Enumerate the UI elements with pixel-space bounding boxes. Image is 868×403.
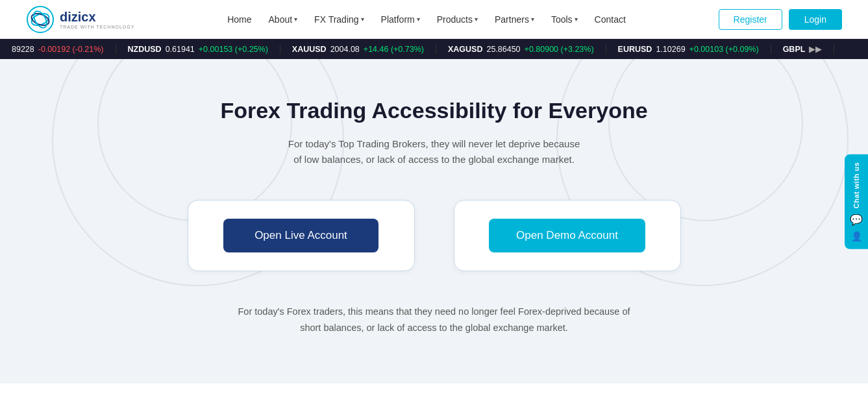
cta-row: Open Live Account Open Demo Account [188,200,681,271]
ticker-item-gbpl: GBPL ▶▶ [771,44,835,54]
nav-link-platform[interactable]: Platform ▾ [375,10,427,29]
chevron-down-icon: ▾ [575,16,578,23]
ticker-item-nzdusd: NZDUSD 0.61941 +0.00153 (+0.25%) [116,45,280,54]
ticker-change: +14.46 (+0.73%) [364,45,424,54]
nav-item-home[interactable]: Home [221,10,258,29]
nav-item-about[interactable]: About ▾ [262,10,304,29]
chat-avatar-icon: 👤 [851,231,862,241]
nav-item-partners[interactable]: Partners ▾ [488,10,541,29]
navbar: dizicx TRADE WITH TECHNOLOGY Home About … [0,0,868,39]
chevron-down-icon: ▾ [475,16,478,23]
ticker-change: +0.00103 (+0.09%) [689,45,759,54]
ticker-item-xauusd: XAUUSD 2004.08 +14.46 (+0.73%) [280,45,436,54]
chat-widget[interactable]: Chat with us 💬 👤 [845,154,868,249]
logo[interactable]: dizicx TRADE WITH TECHNOLOGY [26,5,134,34]
hero-bottom-text: For today's Forex traders, this means th… [238,304,630,336]
ticker-item-eurusd: EURUSD 1.10269 +0.00103 (+0.09%) [606,45,771,54]
ticker-symbol: XAGUSD [448,45,482,54]
hero-content: Forex Trading Accessibility for Everyone… [220,98,647,200]
ticker-symbol: NZDUSD [128,45,162,54]
chat-label: Chat with us [852,162,860,208]
logo-tagline: TRADE WITH TECHNOLOGY [60,25,134,29]
hero-subtitle: For today's Top Trading Brokers, they wi… [220,136,647,167]
bottom-text-line2: short balances, or lack of access to the… [300,323,568,333]
bottom-text-line1: For today's Forex traders, this means th… [238,306,630,317]
register-button[interactable]: Register [719,9,782,30]
svg-point-0 [27,6,53,32]
chevron-down-icon: ▾ [417,16,420,23]
svg-point-3 [31,8,49,29]
nav-auth-area: Register Login [719,9,842,30]
live-account-card: Open Live Account [188,200,415,271]
hero-subtitle-line2: of low balances, or lack of access to th… [293,154,575,165]
ticker-prefix-change: -0.00192 (-0.21%) [38,45,104,54]
ticker-more-icon: ▶▶ [809,44,822,54]
hero-title: Forex Trading Accessibility for Everyone [220,98,647,123]
login-button[interactable]: Login [789,9,842,30]
nav-link-contact[interactable]: Contact [588,10,632,29]
ticker-price: 1.10269 [656,45,685,54]
nav-item-fxtrading[interactable]: FX Trading ▾ [308,10,370,29]
ticker-symbol: GBPL [783,45,806,54]
ticker-bar: 89228 -0.00192 (-0.21%) NZDUSD 0.61941 +… [0,39,868,59]
ticker-price: 0.61941 [166,45,195,54]
nav-item-tools[interactable]: Tools ▾ [545,10,584,29]
ticker-symbol: XAUUSD [292,45,327,54]
ticker-change: +0.80900 (+3.23%) [525,45,594,54]
logo-text-area: dizicx TRADE WITH TECHNOLOGY [60,10,134,29]
ticker-symbol: EURUSD [618,45,652,54]
ticker-prefix-price: 89228 [12,45,34,54]
ticker-price: 2004.08 [330,45,360,54]
logo-icon [26,5,55,34]
hero-section: Forex Trading Accessibility for Everyone… [0,59,868,384]
nav-item-platform[interactable]: Platform ▾ [375,10,427,29]
nav-link-partners[interactable]: Partners ▾ [488,10,541,29]
logo-brand: dizicx [60,10,134,25]
open-demo-account-button[interactable]: Open Demo Account [489,219,645,252]
nav-link-about[interactable]: About ▾ [262,10,304,29]
nav-item-products[interactable]: Products ▾ [430,10,484,29]
nav-link-products[interactable]: Products ▾ [430,10,484,29]
chat-icon: 💬 [850,214,863,226]
ticker-item-prefix: 89228 -0.00192 (-0.21%) [0,45,116,54]
chevron-down-icon: ▾ [294,16,297,23]
open-live-account-button[interactable]: Open Live Account [223,219,378,252]
ticker-item-xagusd: XAGUSD 25.86450 +0.80900 (+3.23%) [436,45,606,54]
chevron-down-icon: ▾ [531,16,534,23]
chevron-down-icon: ▾ [361,16,364,23]
hero-subtitle-line1: For today's Top Trading Brokers, they wi… [288,138,580,149]
nav-link-tools[interactable]: Tools ▾ [545,10,584,29]
svg-point-2 [30,11,51,27]
ticker-price: 25.86450 [486,45,520,54]
nav-menu: Home About ▾ FX Trading ▾ Platform ▾ Pro… [221,10,632,29]
nav-link-home[interactable]: Home [221,10,258,29]
nav-link-fxtrading[interactable]: FX Trading ▾ [308,10,370,29]
ticker-change: +0.00153 (+0.25%) [199,45,268,54]
nav-item-contact[interactable]: Contact [588,10,632,29]
demo-account-card: Open Demo Account [454,200,681,271]
